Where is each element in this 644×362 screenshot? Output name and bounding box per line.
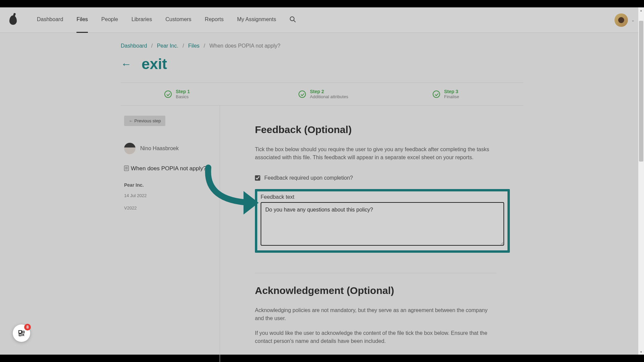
feedback-heading: Feedback (Optional) [255,124,510,135]
widget-badge: 8 [24,324,31,330]
main-form: Feedback (Optional) Tick the box below s… [220,106,523,362]
feedback-checkbox-label: Feedback required upon completion? [264,175,353,181]
crumb-sep: / [182,43,184,49]
author-name: Nino Haasbroek [140,145,179,152]
step-3[interactable]: Step 3 Finalise [389,89,523,99]
feedback-required-checkbox[interactable] [255,175,260,181]
step-1[interactable]: Step 1 Basics [121,89,255,99]
nav-my-assignments[interactable]: My Assignments [237,7,276,33]
author-avatar [124,143,136,154]
step-subtitle: Basics [176,94,190,99]
divider [255,273,496,273]
svg-point-0 [290,17,294,21]
user-avatar[interactable] [614,13,628,27]
nav-dashboard[interactable]: Dashboard [37,7,63,33]
step-subtitle: Additional attributes [310,94,348,99]
pear-logo-icon [9,15,17,25]
feedback-text-label: Feedback text [261,194,504,200]
top-nav-bar: Dashboard Files People Libraries Custome… [0,7,644,33]
crumb-sep: / [151,43,153,49]
nav-people[interactable]: People [101,7,118,33]
version-label: V2022 [124,205,213,210]
crumb-dashboard[interactable]: Dashboard [121,43,147,49]
feedback-description: Tick the box below should you require th… [255,145,496,162]
step-2[interactable]: Step 2 Additional attributes [255,89,389,99]
check-circle-icon [299,90,306,98]
file-title-text: When does POPIA not apply? [131,165,206,172]
step-title: Step 3 [444,89,459,94]
file-icon [124,166,129,171]
company-label: Pear Inc. [124,182,213,188]
left-sidebar: ← Previous step Nino Haasbroek When does… [121,106,220,362]
feedback-text-input[interactable]: Do you have any questions about this pol… [261,202,504,246]
nav-libraries[interactable]: Libraries [131,7,152,33]
step-subtitle: Finalise [444,94,459,99]
scrollbar[interactable] [638,7,644,355]
check-circle-icon [433,90,440,98]
file-title: When does POPIA not apply? [124,164,213,173]
acknowledgement-description-2: If you would like the user to acknowledg… [255,329,493,345]
scroll-down-icon[interactable]: ▾ [638,349,644,355]
exit-link[interactable]: exit [142,56,167,72]
feedback-text-highlight: Feedback text Do you have any questions … [255,189,510,253]
crumb-files[interactable]: Files [188,43,200,49]
chevron-down-icon[interactable]: ⌄ [631,18,635,22]
back-arrow-icon[interactable]: ← [121,58,131,70]
nav-reports[interactable]: Reports [205,7,224,33]
search-icon[interactable] [289,16,296,24]
scroll-up-icon[interactable]: ▴ [638,7,644,13]
step-title: Step 1 [176,89,190,94]
nav-files[interactable]: Files [76,7,88,33]
breadcrumb: Dashboard / Pear Inc. / Files / When doe… [121,43,523,49]
acknowledgement-heading: Acknowledgement (Optional) [255,285,510,296]
nav-customers[interactable]: Customers [165,7,191,33]
step-title: Step 2 [310,89,348,94]
svg-line-1 [294,20,296,22]
check-circle-icon [164,90,172,98]
date-label: 14 Jul 2022 [124,193,213,198]
acknowledgement-description-1: Acknowledging policies are not mandatory… [255,306,493,322]
crumb-sep: / [204,43,205,49]
help-widget-button[interactable]: 8 [13,324,30,342]
widget-icon [17,329,25,337]
step-indicator: Step 1 Basics Step 2 Additional attribut… [121,82,523,106]
crumb-pear-inc[interactable]: Pear Inc. [157,43,178,49]
scroll-thumb[interactable] [639,21,643,162]
main-nav: Dashboard Files People Libraries Custome… [37,7,276,33]
previous-step-button[interactable]: ← Previous step [124,116,165,126]
crumb-current: When does POPIA not apply? [209,43,280,49]
